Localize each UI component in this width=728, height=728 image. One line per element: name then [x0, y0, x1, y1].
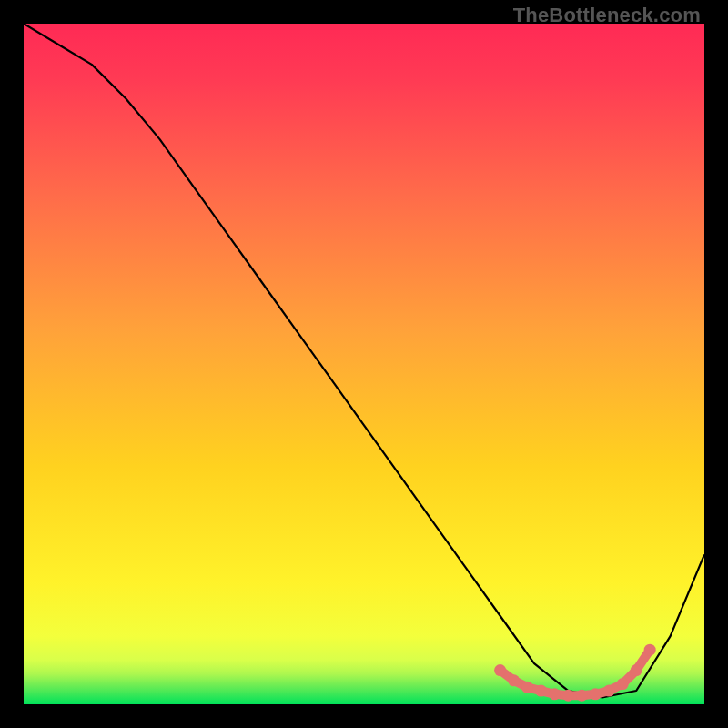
watermark-text: TheBottleneck.com — [513, 4, 701, 27]
bottleneck-chart-canvas — [24, 24, 704, 704]
chart-frame — [24, 24, 704, 704]
